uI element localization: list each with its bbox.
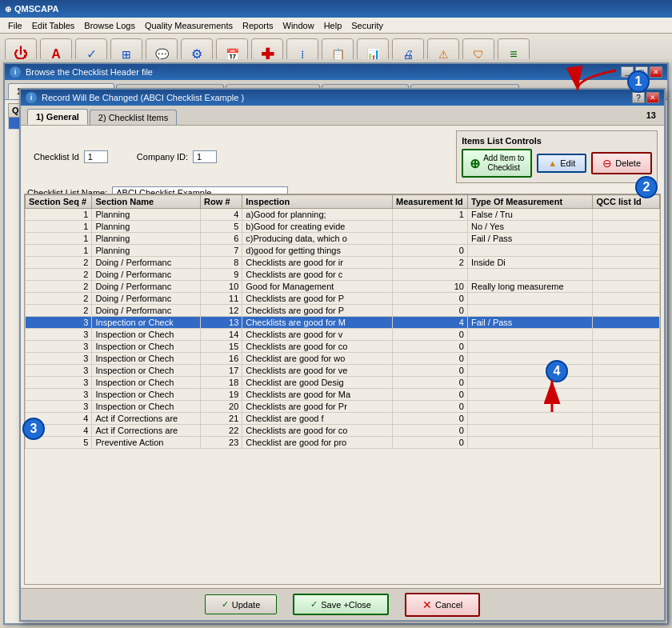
col-section-name: Section Name: [92, 195, 201, 209]
checklist-table-container: Section Seq # Section Name Row # Inspect…: [24, 194, 661, 585]
table-row[interactable]: 2 Doing / Performanc 9 Checklists are go…: [26, 269, 660, 281]
record-dialog: i Record Will Be Changed (ABCI Checklist…: [19, 88, 666, 622]
items-controls-buttons: ⊕ Add Item toChecklist ▲ Edit ⊖ Delete: [462, 149, 652, 178]
table-row[interactable]: 2 Doing / Performanc 10 Good for Managem…: [26, 281, 660, 293]
menu-window[interactable]: Window: [278, 19, 319, 32]
checklist-table: Section Seq # Section Name Row # Inspect…: [25, 194, 660, 449]
update-button[interactable]: ✓ Update: [205, 594, 277, 614]
badge-3-label: 3: [30, 422, 38, 436]
record-close-button[interactable]: ✕: [646, 92, 659, 103]
table-row[interactable]: 3 Inspection or Chech 15 Checklists are …: [26, 341, 660, 353]
menu-help[interactable]: Help: [319, 19, 347, 32]
badge-4-label: 4: [554, 364, 561, 378]
edit-icon: ▲: [548, 158, 557, 168]
title-bar: ⊕ QMSCAPA: [0, 0, 672, 18]
items-controls-box: Items List Controls ⊕ Add Item toCheckli…: [456, 130, 658, 183]
record-help-button[interactable]: ?: [632, 92, 645, 103]
update-icon: ✓: [222, 599, 229, 610]
add-item-label: Add Item toChecklist: [483, 154, 524, 173]
delete-label: Delete: [615, 158, 641, 168]
edit-label: Edit: [560, 158, 575, 168]
company-id-label: Company ID:: [137, 152, 188, 162]
save-close-label: Save +Close: [321, 600, 371, 610]
form-top-row: Checklist Id Company ID: Items List Cont…: [27, 130, 658, 183]
menu-file[interactable]: File: [3, 19, 27, 32]
col-row-num: Row #: [201, 195, 242, 209]
table-row-selected[interactable]: 3 Inspection or Check 13 Checklists are …: [26, 317, 660, 329]
checklist-id-label: Checklist Id: [34, 152, 79, 162]
table-row[interactable]: 2 Doing / Performanc 12 Checklists are g…: [26, 305, 660, 317]
checklist-id-input[interactable]: [84, 150, 108, 163]
record-dialog-tabs-bar: 1) General 2) Checklist Items 13: [21, 106, 664, 126]
table-row[interactable]: 5 Preventive Action 23 Checklist are goo…: [26, 437, 660, 449]
table-row[interactable]: 4 Act if Corrections are 21 Checklist ar…: [26, 413, 660, 425]
menu-edit-tables[interactable]: Edit Tables: [27, 19, 80, 32]
cancel-button[interactable]: ✕ Cancel: [405, 593, 480, 617]
col-section-seq: Section Seq #: [26, 195, 92, 209]
add-item-icon: ⊕: [470, 156, 480, 171]
add-item-button[interactable]: ⊕ Add Item toChecklist: [462, 149, 532, 178]
app-icon: ⊕: [5, 5, 11, 14]
table-row[interactable]: 1 Planning 6 c)Producing data, which o F…: [26, 233, 660, 245]
menu-bar: File Edit Tables Browse Logs Quality Mea…: [0, 18, 672, 34]
menu-reports[interactable]: Reports: [238, 19, 278, 32]
badge-1: 1: [627, 70, 650, 93]
app-title: QMSCAPA: [14, 4, 58, 14]
company-id-input[interactable]: [193, 150, 217, 163]
save-close-button[interactable]: ✓ Save +Close: [293, 594, 389, 615]
cancel-label: Cancel: [435, 600, 462, 610]
col-type-meas: Type Of Measurement: [467, 195, 593, 209]
badge-4: 4: [546, 360, 568, 382]
company-id-field: Company ID:: [130, 147, 223, 166]
col-inspection: Inspection: [242, 195, 393, 209]
save-close-icon: ✓: [310, 599, 318, 610]
browse-window-titlebar: i Browse the Checklist Header file _ □ ✕: [5, 64, 667, 80]
delete-icon: ⊖: [602, 157, 612, 170]
record-count: 13: [646, 110, 656, 120]
browse-close-button[interactable]: ✕: [650, 66, 662, 78]
cancel-icon: ✕: [422, 598, 432, 611]
table-row[interactable]: 2 Doing / Performanc 8 Checklists are go…: [26, 257, 660, 269]
checklist-table-scroll[interactable]: Section Seq # Section Name Row # Inspect…: [25, 194, 660, 584]
record-dialog-controls: ? ✕: [632, 92, 659, 103]
checklist-id-field: Checklist Id: [27, 147, 114, 166]
edit-button[interactable]: ▲ Edit: [537, 154, 586, 173]
record-dialog-title: Record Will Be Changed (ABCI Checklist E…: [42, 93, 244, 102]
badge-3: 3: [22, 418, 45, 440]
dialog-bottom-bar: ✓ Update ✓ Save +Close ✕ Cancel: [21, 588, 664, 620]
table-row[interactable]: 3 Inspection or Chech 14 Checklists are …: [26, 329, 660, 341]
table-row[interactable]: 1 Planning 5 b)Good for creating evide N…: [26, 221, 660, 233]
badge-2-label: 2: [643, 180, 650, 194]
table-row[interactable]: 3 Inspection or Chech 20 Checklists are …: [26, 401, 660, 413]
badge-1-label: 1: [635, 74, 642, 89]
items-controls-title: Items List Controls: [462, 136, 652, 146]
menu-quality[interactable]: Quality Measurements: [140, 19, 238, 32]
table-row[interactable]: 3 Inspection or Chech 19 Checklists are …: [26, 389, 660, 401]
record-dialog-titlebar: i Record Will Be Changed (ABCI Checklist…: [21, 90, 664, 106]
menu-browse-logs[interactable]: Browse Logs: [79, 19, 140, 32]
menu-security[interactable]: Security: [346, 19, 388, 32]
record-tab-general[interactable]: 1) General: [27, 109, 88, 125]
col-meas-id: Measurement Id: [393, 195, 468, 209]
browse-window-title: Browse the Checklist Header file: [26, 67, 153, 77]
record-dialog-icon: i: [26, 92, 37, 103]
table-row[interactable]: 2 Doing / Performanc 11 Checklists are g…: [26, 293, 660, 305]
badge-2: 2: [635, 176, 658, 198]
update-label: Update: [232, 600, 260, 610]
browse-window-icon: i: [10, 66, 21, 78]
record-tab-checklist-items[interactable]: 2) Checklist Items: [90, 110, 177, 125]
table-row[interactable]: 1 Planning 4 a)Good for planning; 1 Fals…: [26, 209, 660, 221]
delete-button[interactable]: ⊖ Delete: [591, 152, 652, 174]
table-row[interactable]: 1 Planning 7 d)good for getting things 0: [26, 245, 660, 257]
table-row[interactable]: 4 Act if Corrections are 22 Checklists a…: [26, 425, 660, 437]
